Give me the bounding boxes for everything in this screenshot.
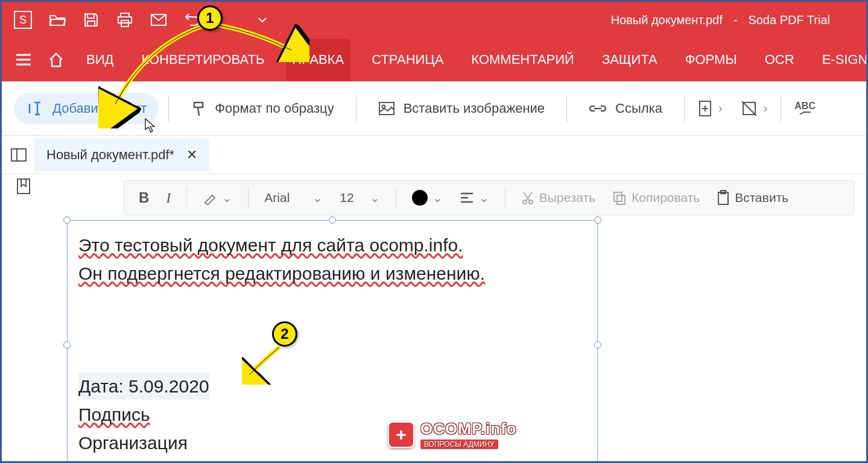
svg-point-2 <box>382 105 385 108</box>
add-text-label: Добавить текст <box>52 101 147 116</box>
edit-toolbar: Добавить текст Формат по образцу Вставит… <box>2 81 866 136</box>
chevron-down-icon: ⌄ <box>312 191 323 205</box>
format-painter-button[interactable]: Формат по образцу <box>179 93 346 124</box>
menu-page[interactable]: СТРАНИЦА <box>366 39 449 81</box>
resize-handle[interactable] <box>63 341 71 348</box>
tab-label: Новый документ.pdf* <box>46 147 174 163</box>
watermark-badge-icon: + <box>388 421 414 448</box>
chevron-down-icon: ⌄ <box>370 191 380 205</box>
chevron-down-icon: ⌄ <box>432 191 443 205</box>
svg-rect-5 <box>11 149 26 161</box>
annotation-marker-1: 1 <box>197 5 223 31</box>
menu-edit[interactable]: ПРАВКА <box>286 39 350 81</box>
add-page-button[interactable]: › <box>694 95 726 122</box>
font-select[interactable]: Arial ⌄ <box>259 188 328 207</box>
menu-forms[interactable]: ФОРМЫ <box>679 39 743 81</box>
menu-ocr[interactable]: OCR <box>759 39 800 81</box>
font-size-select[interactable]: 12 ⌄ <box>335 188 384 207</box>
mail-icon[interactable] <box>150 11 167 28</box>
font-name: Arial <box>264 191 290 205</box>
left-rail <box>2 174 45 461</box>
window-title: Новый документ.pdf - Soda PDF Trial <box>611 13 830 27</box>
document-tab-bar: Новый документ.pdf* ✕ <box>2 136 866 174</box>
document-tab[interactable]: Новый документ.pdf* ✕ <box>34 139 209 171</box>
copy-label: Копировать <box>632 191 700 205</box>
menu-bar: ВИД КОНВЕРТИРОВАТЬ ПРАВКА СТРАНИЦА КОММЕ… <box>2 38 866 81</box>
save-icon[interactable] <box>83 11 100 28</box>
chevron-right-icon: › <box>764 101 768 115</box>
resize-handle[interactable] <box>63 216 71 224</box>
text-date[interactable]: Дата: 5.09.2020 <box>78 373 209 400</box>
font-size: 12 <box>340 191 353 205</box>
separator <box>684 95 685 122</box>
marker-2-label: 2 <box>280 326 288 342</box>
svg-rect-1 <box>379 102 394 115</box>
watermark-sub: ВОПРОСЫ АДМИНУ <box>420 439 498 449</box>
menu-protect[interactable]: ЗАЩИТА <box>596 39 664 81</box>
chevron-right-icon: › <box>718 101 723 115</box>
svg-rect-10 <box>617 195 625 204</box>
separator <box>505 187 505 208</box>
hamburger-icon[interactable] <box>15 50 32 69</box>
open-icon[interactable] <box>49 11 66 28</box>
home-icon[interactable] <box>48 50 65 69</box>
separator <box>186 187 187 208</box>
chevron-down-icon: ⌄ <box>479 191 489 205</box>
dropdown-caret-icon[interactable] <box>254 11 271 28</box>
app-name: Soda PDF Trial <box>748 13 830 27</box>
crop-page-button[interactable]: › <box>737 95 771 122</box>
resize-handle[interactable] <box>594 216 601 224</box>
text-line-2[interactable]: Он подвергнется редактированию и изменен… <box>78 260 485 287</box>
resize-handle[interactable] <box>329 216 336 224</box>
spellcheck-label: ABC <box>794 101 816 111</box>
align-button[interactable]: ⌄ <box>455 188 494 207</box>
quick-access-toolbar: S <box>14 11 271 29</box>
text-format-bar: B I ⌄ Arial ⌄ 12 ⌄ ⌄ ⌄ <box>124 180 854 215</box>
menu-esign[interactable]: E-SIGN <box>816 39 868 81</box>
link-label: Ссылка <box>615 101 662 116</box>
text-organization[interactable]: Организация <box>78 429 188 456</box>
menu-view[interactable]: ВИД <box>80 39 119 81</box>
font-color-button[interactable]: ⌄ <box>407 187 448 208</box>
format-painter-label: Формат по образцу <box>215 101 334 116</box>
resize-handle[interactable] <box>594 341 601 348</box>
separator <box>396 187 396 208</box>
menu-convert[interactable]: КОНВЕРТИРОВАТЬ <box>135 39 270 81</box>
svg-rect-6 <box>17 179 30 194</box>
bold-button[interactable]: B <box>134 187 154 209</box>
text-frame[interactable]: Это тестовый документ для сайта ocomp.in… <box>67 220 598 461</box>
title-separator: - <box>733 13 738 27</box>
close-icon[interactable]: ✕ <box>186 147 197 163</box>
print-icon[interactable] <box>116 11 133 28</box>
text-line-1[interactable]: Это тестовый документ для сайта ocomp.in… <box>78 232 463 259</box>
italic-button[interactable]: I <box>161 187 176 209</box>
watermark-main: OCOMP.info <box>420 420 517 438</box>
copy-button[interactable]: Копировать <box>607 188 705 207</box>
separator <box>566 95 567 122</box>
separator <box>168 95 169 122</box>
mouse-cursor-icon <box>144 118 156 133</box>
app-logo-icon[interactable]: S <box>14 11 32 29</box>
separator <box>781 95 781 122</box>
paste-button[interactable]: Вставить <box>712 187 793 208</box>
bookmark-panel-icon[interactable] <box>16 178 31 195</box>
menu-comment[interactable]: КОММЕНТАРИЙ <box>465 39 580 81</box>
spellcheck-button[interactable]: ABC <box>791 96 819 121</box>
separator <box>356 95 356 122</box>
document-viewport: B I ⌄ Arial ⌄ 12 ⌄ ⌄ ⌄ <box>45 174 866 461</box>
svg-rect-9 <box>614 192 622 201</box>
text-signature[interactable]: Подпись <box>78 401 150 428</box>
marker-1-label: 1 <box>206 10 214 27</box>
panel-toggle-icon[interactable] <box>10 148 27 162</box>
highlight-color-button[interactable]: ⌄ <box>198 188 237 207</box>
link-button[interactable]: Ссылка <box>577 93 674 124</box>
cut-label: Вырезать <box>539 191 595 205</box>
insert-image-button[interactable]: Вставить изображение <box>366 93 557 124</box>
watermark: + OCOMP.info ВОПРОСЫ АДМИНУ <box>388 420 517 449</box>
insert-image-label: Вставить изображение <box>404 101 545 116</box>
cut-button[interactable]: Вырезать <box>516 188 600 207</box>
title-bar: S Новый документ.pdf - Soda PDF Trial <box>2 2 866 38</box>
paste-label: Вставить <box>735 191 788 205</box>
annotation-marker-2: 2 <box>272 321 297 347</box>
add-text-button[interactable]: Добавить текст <box>14 93 159 124</box>
